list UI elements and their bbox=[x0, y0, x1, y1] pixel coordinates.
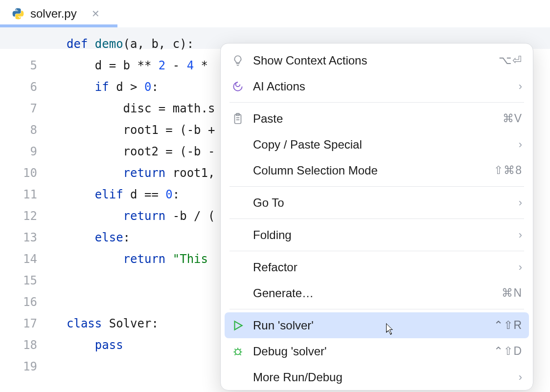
ai-icon bbox=[231, 80, 253, 93]
chevron-right-icon: › bbox=[519, 229, 522, 241]
chevron-right-icon: › bbox=[519, 80, 522, 93]
gutter-line-number[interactable]: 7 bbox=[0, 98, 58, 119]
gutter-line-number[interactable]: 9 bbox=[0, 141, 58, 162]
gutter-line-number[interactable]: 17 bbox=[0, 313, 58, 334]
menu-label: Copy / Paste Special bbox=[253, 138, 519, 152]
menu-item-refactor[interactable]: Refactor › bbox=[221, 254, 533, 280]
svg-marker-4 bbox=[235, 321, 242, 329]
menu-separator bbox=[229, 309, 524, 309]
chevron-right-icon: › bbox=[519, 138, 522, 151]
svg-point-5 bbox=[235, 349, 241, 354]
menu-label: Show Context Actions bbox=[253, 54, 499, 67]
menu-label: Run 'solver' bbox=[253, 319, 494, 332]
menu-shortcut: ⇧⌘8 bbox=[494, 164, 522, 177]
menu-separator bbox=[229, 251, 524, 251]
python-icon bbox=[12, 7, 24, 20]
menu-separator bbox=[229, 102, 524, 103]
menu-label: Refactor bbox=[253, 261, 519, 274]
cursor-icon bbox=[386, 323, 397, 337]
bug-icon bbox=[231, 345, 253, 358]
gutter-line-number[interactable]: 16 bbox=[0, 291, 58, 313]
gutter-line-number[interactable]: 11 bbox=[0, 184, 58, 205]
gutter: 4 5 6 7 8 9 10 11 12 13 14 15 16 17 18 1… bbox=[0, 27, 58, 392]
menu-item-go-to[interactable]: Go To › bbox=[221, 190, 533, 216]
menu-item-paste[interactable]: Paste ⌘V bbox=[221, 106, 533, 131]
menu-item-copy-paste-special[interactable]: Copy / Paste Special › bbox=[221, 131, 533, 157]
menu-label: Debug 'solver' bbox=[253, 345, 494, 358]
gutter-line-number[interactable]: 6 bbox=[0, 76, 58, 98]
menu-shortcut: ⌥⏎ bbox=[499, 54, 522, 67]
menu-item-folding[interactable]: Folding › bbox=[221, 222, 533, 248]
editor-tab-solver[interactable]: solver.py ✕ bbox=[0, 0, 110, 27]
lightbulb-icon bbox=[231, 54, 253, 67]
gutter-line-number[interactable]: 13 bbox=[0, 227, 58, 248]
menu-shortcut: ⌘V bbox=[503, 112, 522, 125]
gutter-line-number[interactable]: 19 bbox=[0, 356, 58, 377]
context-menu: Show Context Actions ⌥⏎ AI Actions › Pas… bbox=[220, 43, 533, 391]
chevron-right-icon: › bbox=[519, 371, 522, 384]
menu-shortcut: ⌃⇧D bbox=[494, 345, 522, 358]
svg-line-12 bbox=[240, 354, 241, 355]
menu-separator bbox=[229, 218, 524, 219]
menu-separator bbox=[229, 186, 524, 187]
menu-label: Go To bbox=[253, 196, 519, 210]
menu-shortcut: ⌘N bbox=[502, 286, 522, 300]
menu-label: Folding bbox=[253, 228, 519, 242]
gutter-line-number[interactable]: 15 bbox=[0, 270, 58, 291]
menu-label: Column Selection Mode bbox=[253, 164, 494, 177]
chevron-right-icon: › bbox=[519, 261, 522, 274]
tab-label: solver.py bbox=[30, 7, 77, 21]
svg-line-9 bbox=[235, 348, 236, 349]
menu-shortcut: ⌃⇧R bbox=[494, 319, 522, 332]
menu-item-show-context-actions[interactable]: Show Context Actions ⌥⏎ bbox=[221, 47, 533, 73]
tab-bar: solver.py ✕ bbox=[0, 0, 550, 27]
gutter-line-number[interactable]: 8 bbox=[0, 119, 58, 141]
gutter-line-number[interactable]: 10 bbox=[0, 162, 58, 184]
clipboard-icon bbox=[231, 112, 253, 125]
chevron-right-icon: › bbox=[519, 196, 522, 209]
menu-item-more-run-debug[interactable]: More Run/Debug › bbox=[221, 364, 533, 390]
menu-label: AI Actions bbox=[253, 80, 519, 93]
menu-item-generate[interactable]: Generate… ⌘N bbox=[221, 280, 533, 306]
menu-label: More Run/Debug bbox=[253, 370, 519, 384]
menu-item-debug-solver[interactable]: Debug 'solver' ⌃⇧D bbox=[221, 338, 533, 364]
svg-line-10 bbox=[240, 348, 241, 349]
close-icon[interactable]: ✕ bbox=[92, 8, 100, 20]
menu-item-ai-actions[interactable]: AI Actions › bbox=[221, 73, 533, 99]
gutter-line-number[interactable]: 18 bbox=[0, 334, 58, 356]
play-icon bbox=[231, 319, 253, 332]
menu-label: Paste bbox=[253, 112, 503, 126]
gutter-line-number[interactable]: 5 bbox=[0, 55, 58, 76]
gutter-line-number[interactable]: 14 bbox=[0, 248, 58, 270]
svg-line-11 bbox=[235, 354, 236, 355]
menu-item-run-solver[interactable]: Run 'solver' ⌃⇧R bbox=[225, 312, 529, 338]
menu-item-column-selection[interactable]: Column Selection Mode ⇧⌘8 bbox=[221, 157, 533, 183]
gutter-line-number[interactable]: 12 bbox=[0, 205, 58, 227]
menu-label: Generate… bbox=[253, 286, 502, 300]
